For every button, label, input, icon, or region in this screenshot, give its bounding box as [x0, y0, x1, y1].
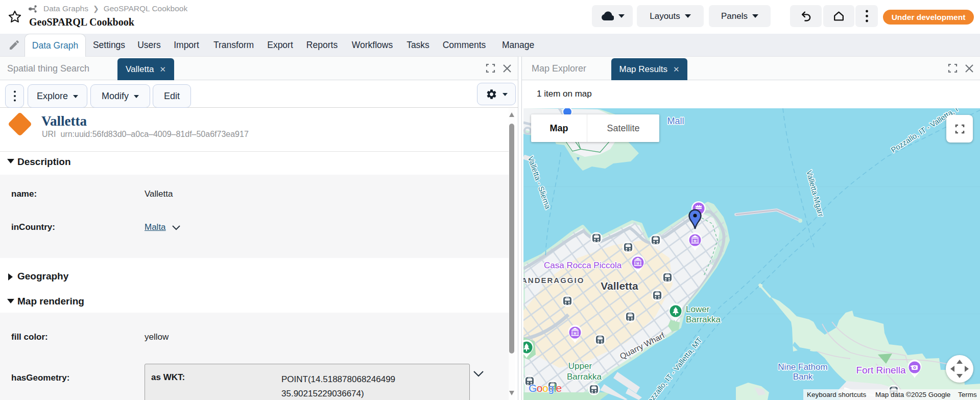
svg-text:Lower: Lower — [686, 304, 710, 314]
svg-text:Fort Rinella: Fort Rinella — [856, 365, 906, 375]
svg-text:Upper: Upper — [568, 361, 592, 371]
svg-text:Valletta: Valletta — [601, 280, 638, 292]
svg-text:Barrakka: Barrakka — [567, 372, 602, 382]
svg-text:Casa Rocca Piccola: Casa Rocca Piccola — [544, 261, 622, 270]
svg-text:Bank: Bank — [793, 372, 813, 382]
svg-text:Mall: Mall — [667, 116, 684, 126]
svg-text:ANDERAGGIO: ANDERAGGIO — [523, 276, 584, 285]
svg-text:Nine Fathom: Nine Fathom — [778, 362, 827, 372]
svg-text:Barrakka: Barrakka — [686, 315, 721, 324]
